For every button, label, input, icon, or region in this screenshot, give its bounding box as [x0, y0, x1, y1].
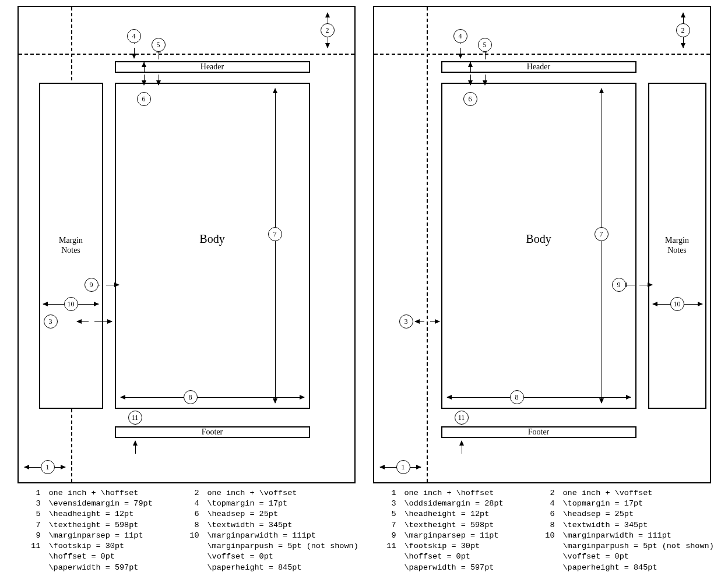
margin-notes-box: Margin Notes — [39, 83, 103, 409]
legend-even: 1one inch + \hoffset2one inch + \voffset… — [17, 488, 356, 573]
arrow-11u — [135, 441, 136, 454]
arrow-6d — [470, 75, 471, 85]
hoffset-line — [427, 7, 428, 482]
body-label: Body — [526, 232, 551, 246]
arrow-6u — [144, 62, 145, 73]
legend-item: \hoffset = 0pt — [380, 552, 539, 562]
margin-notes-box: Margin Notes — [648, 83, 706, 409]
legend-item: 10\marginparwidth = 111pt — [539, 531, 697, 541]
legend-odd: 1one inch + \hoffset2one inch + \voffset… — [373, 488, 711, 573]
circle-1: 1 — [396, 460, 410, 474]
legend-item: 9\marginparsep = 11pt — [380, 531, 539, 541]
legend-item: 7\textheight = 598pt — [380, 520, 539, 531]
arrow-5d — [485, 75, 486, 85]
footer-label: Footer — [528, 427, 550, 437]
legend-item: 9\marginparsep = 11pt — [24, 531, 183, 541]
legend-item: \paperwidth = 597pt — [380, 563, 539, 573]
legend-item: 5\headheight = 12pt — [380, 509, 539, 520]
circle-2: 2 — [676, 23, 690, 37]
body-box: Body — [441, 83, 636, 409]
legend-item: \voffset = 0pt — [183, 552, 342, 562]
legend-item: 11\footskip = 30pt — [380, 541, 539, 552]
even-page: Margin Notes Header Body Footer 1 2 3 4 … — [17, 6, 356, 483]
margin-notes-label-2: Notes — [667, 246, 687, 256]
margin-notes-label-1: Margin — [59, 236, 83, 246]
circle-2: 2 — [321, 23, 335, 37]
legend-item: 3\evensidemargin = 79pt — [24, 499, 183, 509]
circle-11: 11 — [455, 411, 469, 425]
arrow-3l — [77, 321, 89, 322]
circle-5: 5 — [478, 38, 492, 52]
circle-8: 8 — [510, 390, 524, 404]
arrow-4d — [134, 48, 135, 58]
legend-item: 3\oddsidemargin = 28pt — [380, 499, 539, 509]
arrow-3r — [430, 321, 439, 322]
arrow-11u — [462, 441, 462, 454]
circle-4: 4 — [127, 29, 141, 43]
circle-8: 8 — [184, 390, 198, 404]
legend-item: 11\footskip = 30pt — [24, 541, 183, 552]
legend-item: 8\textwidth = 345pt — [183, 520, 342, 531]
arrow-5d — [159, 75, 159, 85]
circle-10: 10 — [670, 297, 684, 311]
legend-item: 1one inch + \hoffset — [24, 488, 183, 499]
legend-item: \marginparpush = 5pt (not shown) — [183, 541, 342, 552]
legend-item: \hoffset = 0pt — [24, 552, 183, 562]
odd-page-column: Header Body Margin Notes Footer 1 2 3 4 … — [373, 6, 711, 573]
arrow-8 — [447, 397, 631, 398]
arrow-7 — [275, 89, 276, 403]
legend-item: 2one inch + \voffset — [539, 488, 697, 499]
circle-9: 9 — [85, 278, 99, 292]
arrow-6u — [470, 62, 471, 73]
arrow-6d — [144, 75, 145, 85]
legend-item: 6\headsep = 25pt — [539, 509, 697, 520]
arrow-3r — [94, 321, 112, 322]
legend-item: 2one inch + \voffset — [183, 488, 342, 499]
legend-item: 1one inch + \hoffset — [380, 488, 539, 499]
footer-box: Footer — [115, 426, 310, 438]
circle-7: 7 — [268, 227, 282, 241]
header-label: Header — [527, 62, 550, 72]
body-label: Body — [199, 232, 224, 246]
footer-box: Footer — [441, 426, 636, 438]
arrow-8 — [121, 397, 304, 398]
footer-label: Footer — [202, 427, 223, 437]
legend-item: \paperwidth = 597pt — [24, 563, 183, 573]
header-label: Header — [201, 62, 224, 72]
arrow-9r — [639, 285, 652, 285]
margin-notes-label-2: Notes — [61, 246, 80, 256]
arrow-4d — [460, 48, 461, 58]
circle-5: 5 — [152, 38, 166, 52]
page-layout-pair: Margin Notes Header Body Footer 1 2 3 4 … — [6, 6, 722, 573]
voffset-line — [374, 54, 710, 55]
circle-10: 10 — [64, 297, 78, 311]
legend-item: \paperheight = 845pt — [539, 563, 697, 573]
circle-3: 3 — [399, 315, 413, 328]
circle-9: 9 — [612, 278, 626, 292]
circle-6: 6 — [137, 92, 151, 106]
arrow-9r — [106, 285, 119, 285]
circle-6: 6 — [463, 92, 477, 106]
circle-4: 4 — [453, 29, 467, 43]
circle-11: 11 — [128, 411, 142, 425]
legend-item: 10\marginparwidth = 111pt — [183, 531, 342, 541]
legend-item: 4\topmargin = 17pt — [539, 499, 697, 509]
even-page-column: Margin Notes Header Body Footer 1 2 3 4 … — [17, 6, 356, 573]
odd-page: Header Body Margin Notes Footer 1 2 3 4 … — [373, 6, 711, 483]
voffset-line — [19, 54, 354, 55]
circle-7: 7 — [595, 227, 609, 241]
body-box: Body — [115, 83, 310, 409]
legend-item: 5\headheight = 12pt — [24, 509, 183, 520]
legend-item: \marginparpush = 5pt (not shown) — [539, 541, 697, 552]
legend-item: 4\topmargin = 17pt — [183, 499, 342, 509]
legend-item: 7\textheight = 598pt — [24, 520, 183, 531]
arrow-3l — [415, 321, 424, 322]
circle-3: 3 — [44, 315, 58, 328]
legend-item: 8\textwidth = 345pt — [539, 520, 697, 531]
arrow-7 — [602, 89, 602, 403]
circle-1: 1 — [41, 460, 55, 474]
legend-item: \voffset = 0pt — [539, 552, 697, 562]
legend-item: 6\headsep = 25pt — [183, 509, 342, 520]
margin-notes-label-1: Margin — [665, 236, 689, 246]
legend-item: \paperheight = 845pt — [183, 563, 342, 573]
